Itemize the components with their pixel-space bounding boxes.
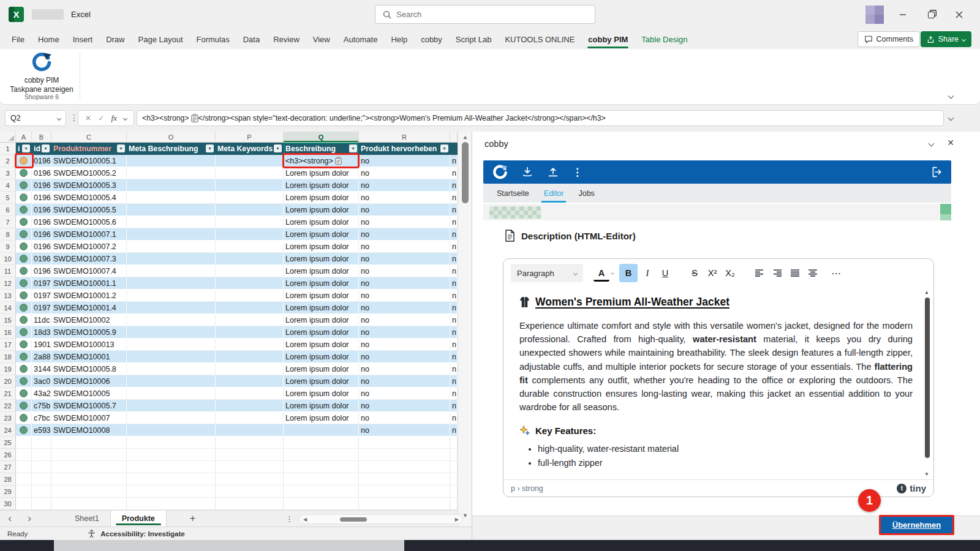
editor-scrollbar[interactable]: ▲ ▼ [924,290,931,477]
table-row[interactable]: 110196SWDEMO10007.4Lorem ipsum dolornon [0,265,458,277]
cell-meta-keywords[interactable] [216,216,284,228]
cell-produktnummer[interactable]: SWDEMO10001.2 [51,290,127,302]
table-column-header-cr[interactable]: Produkt hervorheben▾ [359,143,450,155]
empty-cell[interactable] [216,437,284,449]
horizontal-scrollbar[interactable]: ◀ ▶ [299,514,463,524]
cell-produktnummer[interactable]: SWDEMO10008 [51,424,127,437]
cell-id[interactable]: 0197 [32,302,51,314]
cell-beschreibung[interactable]: Lorem ipsum dolor [284,228,359,241]
cell-meta-beschreibung[interactable] [127,326,216,339]
column-header-P[interactable]: P [216,132,284,143]
cell-meta-beschreibung[interactable] [127,179,216,192]
empty-cell[interactable] [51,437,127,449]
table-row[interactable]: 30196SWDEMO10005.2Lorem ipsum dolornon [0,167,458,179]
cell-meta-keywords[interactable] [216,339,284,351]
cell-meta-beschreibung[interactable] [127,302,216,314]
empty-row[interactable]: 30 [0,498,458,510]
row-number[interactable]: 19 [0,363,16,375]
empty-cell[interactable] [284,449,359,461]
ribbon-tab-table-design[interactable]: Table Design [635,29,694,49]
empty-cell[interactable] [359,473,450,485]
scroll-up-icon[interactable]: ▲ [458,134,472,140]
cell-id[interactable]: 0196 [32,179,51,192]
cell-status[interactable] [16,167,32,179]
row-number[interactable]: 14 [0,302,16,314]
row-number[interactable]: 22 [0,400,16,412]
cell-partial[interactable]: n [450,290,458,302]
cell-status[interactable] [16,351,32,363]
sheet-tab-sheet1[interactable]: Sheet1 [64,511,110,527]
name-box[interactable]: Q2 [5,110,66,126]
cell-id[interactable]: e593 [32,424,51,437]
cell-meta-beschreibung[interactable] [127,290,216,302]
cell-status[interactable] [16,375,32,388]
text-color-dropdown-icon[interactable] [611,271,614,275]
empty-cell[interactable] [216,485,284,498]
cell-partial[interactable]: n [450,179,458,192]
restore-button[interactable] [918,0,944,29]
cell-id[interactable]: 3144 [32,363,51,375]
ribbon-tab-home[interactable]: Home [31,29,66,49]
cell-id[interactable]: 43a2 [32,388,51,400]
row-number[interactable]: 5 [0,192,16,204]
empty-cell[interactable] [450,485,458,498]
row-number[interactable]: 28 [0,473,16,485]
table-column-header-ca[interactable]: i▾ [16,143,32,155]
cell-produktnummer[interactable]: SWDEMO10001 [51,351,127,363]
empty-cell[interactable] [127,473,216,485]
table-row[interactable]: 60196SWDEMO10005.5Lorem ipsum dolornon [0,204,458,216]
empty-cell[interactable] [450,498,458,510]
filter-button[interactable]: ▾ [22,144,30,152]
table-row[interactable]: 22c75bSWDEMO10005.7Lorem ipsum dolornon [0,400,458,412]
cell-beschreibung[interactable]: Lorem ipsum dolor [284,314,359,326]
expand-formula-bar-icon[interactable] [948,115,954,121]
cell-partial[interactable]: n [450,326,458,339]
column-header-C[interactable]: C [51,132,127,143]
empty-row[interactable]: 27 [0,461,458,473]
pane-tab-jobs[interactable]: Jobs [572,186,600,203]
italic-button[interactable]: I [639,264,655,282]
sheet-nav-back-icon[interactable]: ‹ [0,512,20,525]
cell-meta-keywords[interactable] [216,363,284,375]
cell-partial[interactable]: n [450,204,458,216]
cell-produkt-hervorheben[interactable]: no [359,363,450,375]
cell-meta-keywords[interactable] [216,326,284,339]
cell-status[interactable] [16,326,32,339]
sheet-tabs-kebab-icon[interactable]: ⋮ [285,514,293,523]
close-window-button[interactable] [946,0,973,29]
cell-beschreibung[interactable]: Lorem ipsum dolor [284,363,359,375]
empty-cell[interactable] [450,437,458,449]
cell-partial[interactable]: n [450,400,458,412]
empty-row[interactable]: 28 [0,473,458,485]
ribbon-tab-insert[interactable]: Insert [66,29,100,49]
row-number[interactable]: 27 [0,461,16,473]
cell-status[interactable] [16,424,32,437]
column-header-partial[interactable] [450,132,458,143]
cell-partial[interactable]: n [450,241,458,253]
cell-produktnummer[interactable]: SWDEMO10007.1 [51,228,127,241]
pane-close-icon[interactable]: ✕ [947,138,954,148]
row-number[interactable]: 26 [0,449,16,461]
filter-button[interactable]: ▾ [440,144,448,152]
cell-meta-beschreibung[interactable] [127,277,216,290]
row-number[interactable]: 12 [0,277,16,290]
formula-bar-kebab-icon[interactable]: ⋮ [70,113,78,122]
cell-meta-beschreibung[interactable] [127,265,216,277]
banner-kebab-icon[interactable]: ⋮ [572,166,582,179]
row-number[interactable]: 18 [0,351,16,363]
empty-cell[interactable] [51,473,127,485]
comments-button[interactable]: Comments [858,31,920,47]
cell-beschreibung[interactable] [284,424,359,437]
cell-status[interactable] [16,265,32,277]
table-row[interactable]: 1511dcSWDEMO10002Lorem ipsum dolornon [0,314,458,326]
table-row[interactable]: 2143a2SWDEMO10005Lorem ipsum dolornon [0,388,458,400]
empty-cell[interactable] [127,485,216,498]
cell-partial[interactable]: n [450,302,458,314]
filter-button[interactable]: ▾ [349,144,357,152]
paragraph-style-select[interactable]: Paragraph [511,264,583,282]
table-row[interactable]: 193144SWDEMO10005.8Lorem ipsum dolornon [0,363,458,375]
table-row[interactable]: 120197SWDEMO10001.1Lorem ipsum dolornon [0,277,458,290]
ribbon-tab-draw[interactable]: Draw [99,29,131,49]
cell-produkt-hervorheben[interactable]: no [359,388,450,400]
cell-meta-beschreibung[interactable] [127,216,216,228]
